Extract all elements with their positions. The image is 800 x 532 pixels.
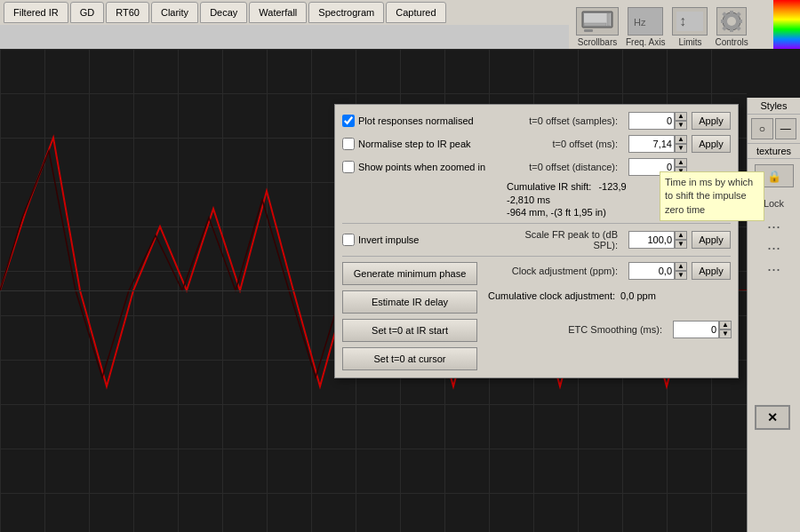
- row-clock-adj: Clock adjustment (ppm): ▲ ▼ Apply: [488, 262, 731, 280]
- settings-dialog: Plot responses normalised t=0 offset (sa…: [334, 104, 739, 378]
- circle-style-icon[interactable]: ○: [751, 118, 773, 139]
- normalise-step-label[interactable]: Normalise step to IR peak: [342, 138, 498, 150]
- clock-adj-label: Clock adjustment (ppm):: [488, 266, 623, 276]
- styles-label: Styles: [748, 98, 800, 115]
- t0-ms-input-wrap: ▲ ▼: [628, 135, 686, 153]
- svg-rect-11: [730, 11, 733, 15]
- tooltip-text: Time in ms by which to shift the impulse…: [665, 177, 753, 215]
- cumulative-clock-label: Cumulative clock adjustment:: [488, 290, 615, 301]
- scrollbars-icon: [576, 7, 619, 36]
- spacer: [488, 306, 731, 315]
- limits-button[interactable]: ↕ Limits: [672, 7, 708, 47]
- scale-fr-input-wrap: ▲ ▼: [628, 231, 686, 249]
- svg-rect-4: [584, 29, 593, 32]
- tab-rt60[interactable]: RT60: [106, 2, 149, 23]
- scale-fr-apply-button[interactable]: Apply: [692, 231, 731, 249]
- tab-decay[interactable]: Decay: [200, 2, 247, 23]
- freq-axis-label: Freq. Axis: [626, 37, 665, 47]
- svg-rect-2: [607, 13, 610, 26]
- t0-samples-input[interactable]: [628, 112, 675, 130]
- row-invert-impulse: Invert impulse Scale FR peak to (dB SPL)…: [342, 229, 731, 250]
- t0-ms-input[interactable]: [628, 135, 675, 153]
- scale-fr-spinners: ▲ ▼: [675, 231, 687, 249]
- t0-distance-up[interactable]: ▲: [675, 158, 687, 167]
- action-buttons: Generate minimum phase Estimate IR delay…: [342, 262, 477, 370]
- clock-adj-up[interactable]: ▲: [675, 262, 687, 271]
- show-points-label[interactable]: Show points when zoomed in: [342, 161, 498, 173]
- scrollbars-label: Scrollbars: [578, 37, 617, 47]
- svg-point-10: [727, 17, 736, 26]
- tab-spectrogram[interactable]: Spectrogram: [308, 2, 384, 23]
- etc-smoothing-input[interactable]: [673, 321, 719, 338]
- scale-fr-input[interactable]: [628, 231, 675, 249]
- cumulative-ir-dist: -964 mm, -(3 ft 1,95 in): [507, 207, 606, 218]
- dots-1: ···: [767, 218, 780, 236]
- set-t0-ir-start-button[interactable]: Set t=0 at IR start: [342, 319, 477, 342]
- set-t0-cursor-button[interactable]: Set t=0 at cursor: [342, 347, 477, 370]
- tab-gd[interactable]: GD: [70, 2, 105, 23]
- bottom-section: Generate minimum phase Estimate IR delay…: [342, 262, 731, 370]
- svg-text:Hz: Hz: [634, 17, 646, 28]
- clock-adj-apply-button[interactable]: Apply: [692, 262, 731, 280]
- clock-adj-down[interactable]: ▼: [675, 271, 687, 280]
- color-gradient-strip: [773, 0, 800, 49]
- cumulative-ir-value1: -123,9: [598, 181, 626, 192]
- styles-panel: Styles ○ — textures 🔒 Lock ··· ··· ··· ✕: [747, 98, 800, 532]
- cumulative-ir-label: Cumulative IR shift:: [507, 181, 591, 192]
- freq-axis-button[interactable]: Hz Freq. Axis: [626, 7, 665, 47]
- t0-samples-spinners: ▲ ▼: [675, 112, 687, 130]
- plot-normalised-checkbox[interactable]: [342, 115, 355, 127]
- svg-rect-12: [730, 28, 733, 32]
- top-toolbar: Scrollbars Hz Freq. Axis ↕ Limits: [569, 0, 773, 49]
- etc-smoothing-up[interactable]: ▲: [719, 321, 732, 330]
- svg-rect-3: [584, 23, 606, 26]
- tab-filtered-ir[interactable]: Filtered IR: [4, 2, 68, 23]
- t0-samples-up[interactable]: ▲: [675, 112, 687, 121]
- gen-min-phase-button[interactable]: Generate minimum phase: [342, 262, 477, 285]
- etc-smoothing-input-wrap: ▲ ▼: [673, 321, 731, 338]
- scrollbars-button[interactable]: Scrollbars: [576, 7, 619, 47]
- cumulative-clock-row: Cumulative clock adjustment: 0,0 ppm: [488, 290, 731, 301]
- right-fields: Clock adjustment (ppm): ▲ ▼ Apply Cumula…: [488, 262, 731, 344]
- invert-impulse-label[interactable]: Invert impulse: [342, 234, 498, 246]
- minus-style-icon[interactable]: —: [775, 118, 797, 139]
- etc-smoothing-down[interactable]: ▼: [719, 330, 732, 338]
- svg-rect-14: [738, 20, 742, 23]
- t0-samples-down[interactable]: ▼: [675, 121, 687, 130]
- normalise-step-checkbox[interactable]: [342, 138, 355, 150]
- limits-icon: ↕: [672, 7, 708, 36]
- textures-label: textures: [748, 143, 800, 159]
- tab-captured[interactable]: Captured: [386, 2, 445, 23]
- x-close-button[interactable]: ✕: [755, 405, 790, 430]
- separator-2: [342, 256, 731, 257]
- plot-normalised-label[interactable]: Plot responses normalised: [342, 115, 498, 127]
- t0-ms-apply-button[interactable]: Apply: [692, 135, 731, 153]
- t0-ms-down[interactable]: ▼: [675, 144, 687, 153]
- t0-samples-label: t=0 offset (samples):: [503, 115, 623, 126]
- clock-adj-input[interactable]: [628, 262, 675, 280]
- row-plot-normalised: Plot responses normalised t=0 offset (sa…: [342, 112, 731, 130]
- tab-clarity[interactable]: Clarity: [151, 2, 198, 23]
- dots-3: ···: [767, 260, 780, 279]
- t0-ms-label: t=0 offset (ms):: [503, 139, 623, 149]
- controls-button[interactable]: Controls: [715, 7, 748, 47]
- separator-1: [342, 223, 731, 224]
- limits-label: Limits: [678, 37, 701, 47]
- t0-distance-label: t=0 offset (distance):: [503, 162, 623, 172]
- t0-samples-apply-button[interactable]: Apply: [692, 112, 731, 130]
- tab-waterfall[interactable]: Waterfall: [249, 2, 307, 23]
- x-icon[interactable]: ✕: [755, 405, 790, 430]
- controls-icon: [716, 7, 747, 36]
- dots-section: ··· ··· ···: [748, 214, 800, 282]
- scale-fr-up[interactable]: ▲: [675, 231, 687, 240]
- estimate-ir-delay-button[interactable]: Estimate IR delay: [342, 290, 477, 314]
- controls-label: Controls: [715, 37, 748, 47]
- scale-fr-down[interactable]: ▼: [675, 240, 687, 249]
- etc-smoothing-label: ETC Smoothing (ms):: [488, 324, 668, 335]
- t0-ms-spinners: ▲ ▼: [675, 135, 687, 153]
- invert-impulse-checkbox[interactable]: [342, 234, 355, 246]
- t0-ms-up[interactable]: ▲: [675, 135, 687, 144]
- scale-fr-label: Scale FR peak to (dB SPL):: [503, 229, 623, 250]
- svg-text:↕: ↕: [679, 13, 686, 28]
- show-points-checkbox[interactable]: [342, 161, 355, 173]
